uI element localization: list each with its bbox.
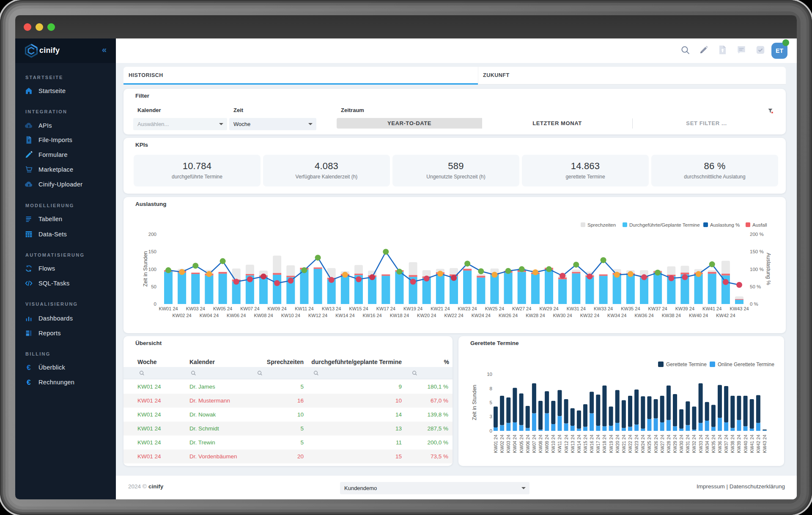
svg-text:0: 0: [490, 428, 492, 433]
svg-text:KW03 24: KW03 24: [186, 306, 205, 311]
svg-text:KW12 24: KW12 24: [564, 435, 569, 453]
svg-text:0 %: 0 %: [750, 301, 758, 307]
svg-text:KW42 24: KW42 24: [716, 313, 735, 318]
svg-text:KW35 24: KW35 24: [711, 435, 716, 453]
svg-text:KW02 24: KW02 24: [172, 313, 191, 318]
svg-text:KW16 24: KW16 24: [362, 313, 381, 318]
svg-text:KW14 24: KW14 24: [335, 313, 354, 318]
svg-text:KW06 24: KW06 24: [525, 435, 530, 453]
svg-text:150: 150: [148, 249, 156, 254]
svg-text:Sprechzeiten: Sprechzeiten: [587, 222, 616, 227]
svg-text:Auslastung %: Auslastung %: [765, 253, 771, 285]
svg-text:200: 200: [148, 232, 156, 237]
svg-text:KW15 24: KW15 24: [349, 306, 368, 311]
svg-text:KW38 24: KW38 24: [730, 435, 735, 453]
svg-text:KW33 24: KW33 24: [594, 306, 613, 311]
svg-text:KW39 24: KW39 24: [736, 435, 741, 453]
svg-text:KW17 24: KW17 24: [376, 306, 395, 311]
svg-text:KW32 24: KW32 24: [580, 313, 599, 318]
svg-text:KW08 24: KW08 24: [538, 435, 543, 453]
svg-text:KW25 24: KW25 24: [647, 435, 652, 453]
svg-text:KW09 24: KW09 24: [544, 435, 549, 453]
svg-text:KW19 24: KW19 24: [609, 435, 614, 453]
svg-text:Auslastung %: Auslastung %: [710, 222, 740, 227]
svg-text:KW01 24: KW01 24: [159, 306, 178, 311]
svg-text:KW05 24: KW05 24: [519, 435, 524, 453]
svg-text:KW20 24: KW20 24: [417, 313, 436, 318]
svg-text:KW14 24: KW14 24: [576, 435, 582, 453]
svg-text:KW10 24: KW10 24: [281, 313, 300, 318]
svg-text:KW31 24: KW31 24: [567, 306, 586, 311]
svg-text:KW06 24: KW06 24: [227, 313, 246, 318]
svg-text:150 %: 150 %: [750, 249, 764, 254]
svg-text:KW24 24: KW24 24: [640, 435, 645, 453]
svg-text:€: €: [27, 378, 31, 386]
svg-text:KW16 24: KW16 24: [589, 435, 594, 453]
svg-text:KW37 24: KW37 24: [724, 435, 729, 453]
svg-text:KW07 24: KW07 24: [532, 435, 537, 453]
svg-text:KW02 24: KW02 24: [499, 435, 505, 453]
svg-text:KW27 24: KW27 24: [660, 435, 665, 453]
svg-text:100: 100: [148, 267, 156, 272]
svg-text:KW11 24: KW11 24: [295, 306, 313, 311]
svg-text:KW24 24: KW24 24: [472, 313, 491, 318]
svg-text:KW30 24: KW30 24: [553, 313, 572, 318]
svg-text:KW35 24: KW35 24: [621, 306, 640, 311]
svg-text:KW33 24: KW33 24: [698, 435, 703, 453]
svg-text:KW31 24: KW31 24: [685, 435, 690, 453]
svg-text:KW17 24: KW17 24: [595, 435, 601, 453]
svg-text:KW42 24: KW42 24: [756, 435, 761, 453]
svg-text:KW28 24: KW28 24: [666, 435, 671, 453]
svg-text:KW43 24: KW43 24: [762, 435, 767, 453]
svg-text:KW22 24: KW22 24: [444, 313, 463, 318]
svg-text:KW30 24: KW30 24: [679, 435, 684, 453]
svg-text:KW41 24: KW41 24: [702, 306, 721, 311]
svg-text:KW22 24: KW22 24: [628, 435, 633, 453]
svg-text:KW37 24: KW37 24: [648, 306, 667, 311]
svg-text:KW28 24: KW28 24: [526, 313, 545, 318]
svg-text:KW12 24: KW12 24: [308, 313, 327, 318]
svg-text:KW25 24: KW25 24: [485, 306, 504, 311]
svg-text:KW05 24: KW05 24: [213, 306, 232, 311]
svg-text:KW19 24: KW19 24: [403, 306, 422, 311]
svg-text:KW21 24: KW21 24: [621, 435, 626, 453]
svg-text:KW29 24: KW29 24: [672, 435, 678, 453]
svg-text:KW20 24: KW20 24: [615, 435, 620, 453]
svg-text:Gerettete Termine: Gerettete Termine: [666, 362, 707, 367]
svg-text:KW34 24: KW34 24: [705, 435, 710, 453]
svg-text:KW32 24: KW32 24: [691, 435, 697, 453]
svg-text:KW04 24: KW04 24: [200, 313, 219, 318]
svg-text:KW26 24: KW26 24: [499, 313, 518, 318]
svg-text:Durchgeführte/Geplante Termine: Durchgeführte/Geplante Termine: [629, 222, 700, 227]
svg-text:KW13 24: KW13 24: [570, 435, 575, 453]
svg-text:KW08 24: KW08 24: [254, 313, 273, 318]
svg-text:KW01 24: KW01 24: [493, 435, 498, 453]
svg-text:KW07 24: KW07 24: [240, 306, 259, 311]
svg-text:KW23 24: KW23 24: [634, 435, 639, 453]
svg-text:KW29 24: KW29 24: [539, 306, 558, 311]
svg-text:KW13 24: KW13 24: [322, 306, 341, 311]
svg-text:Online Gerettete Termine: Online Gerettete Termine: [718, 362, 774, 367]
svg-text:KW04 24: KW04 24: [512, 435, 517, 453]
svg-text:KW40 24: KW40 24: [743, 435, 748, 453]
svg-text:KW43 24: KW43 24: [730, 306, 749, 311]
svg-text:200 %: 200 %: [750, 232, 764, 237]
svg-text:KW18 24: KW18 24: [390, 313, 409, 318]
svg-text:KW40 24: KW40 24: [689, 313, 708, 318]
svg-text:50 %: 50 %: [750, 284, 761, 289]
svg-text:KW26 24: KW26 24: [653, 435, 658, 453]
svg-text:10: 10: [487, 372, 492, 377]
svg-text:KW10 24: KW10 24: [551, 435, 556, 453]
svg-text:€: €: [27, 363, 31, 372]
svg-text:Ausfall: Ausfall: [752, 222, 767, 227]
svg-text:Zeit in Stunden: Zeit in Stunden: [143, 251, 148, 287]
svg-text:8: 8: [490, 386, 492, 391]
svg-text:KW39 24: KW39 24: [675, 306, 694, 311]
svg-text:5: 5: [490, 400, 492, 405]
svg-text:KW03 24: KW03 24: [506, 435, 511, 453]
svg-text:KW38 24: KW38 24: [662, 313, 681, 318]
svg-text:KW27 24: KW27 24: [512, 306, 531, 311]
svg-text:Zeit in Stunden: Zeit in Stunden: [472, 385, 477, 420]
svg-text:50: 50: [151, 284, 156, 289]
svg-text:KW11 24: KW11 24: [557, 435, 562, 453]
